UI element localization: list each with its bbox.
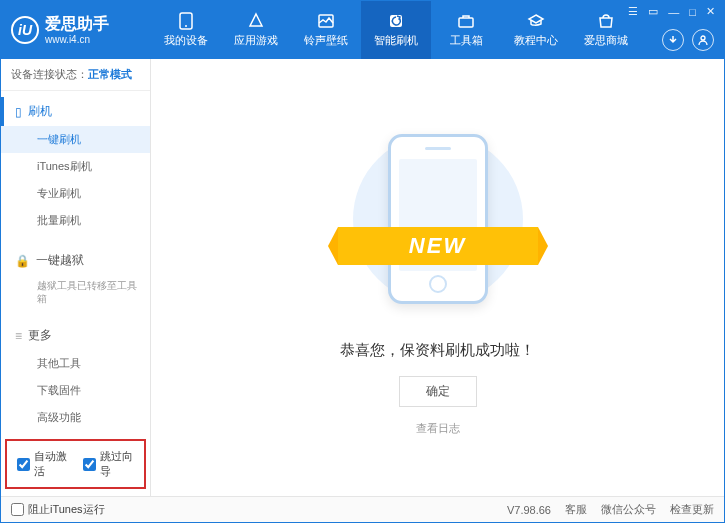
nav-label: 教程中心 (514, 33, 558, 48)
nav-my-device[interactable]: 我的设备 (151, 1, 221, 59)
nav-flash[interactable]: 智能刷机 (361, 1, 431, 59)
success-message: 恭喜您，保资料刷机成功啦！ (340, 341, 535, 360)
sidebar-jailbreak-title: 一键越狱 (36, 252, 84, 269)
wallpaper-icon (316, 12, 336, 30)
sidebar-item-pro[interactable]: 专业刷机 (1, 180, 150, 207)
nav-label: 智能刷机 (374, 33, 418, 48)
nav-label: 铃声壁纸 (304, 33, 348, 48)
nav-ringtone[interactable]: 铃声壁纸 (291, 1, 361, 59)
main-content: NEW 恭喜您，保资料刷机成功啦！ 确定 查看日志 (151, 59, 724, 496)
download-icon[interactable] (662, 29, 684, 51)
svg-rect-4 (459, 18, 473, 27)
phone-body-icon (388, 134, 488, 304)
auto-activate-label: 自动激活 (34, 449, 69, 479)
sidebar-flash-title: 刷机 (28, 103, 52, 120)
jailbreak-note: 越狱工具已转移至工具箱 (1, 275, 150, 309)
nav-label: 爱思商城 (584, 33, 628, 48)
sidebar-item-firmware[interactable]: 下载固件 (1, 377, 150, 404)
sidebar-more-header[interactable]: ≡更多 (1, 321, 150, 350)
sidebar-item-oneclick[interactable]: 一键刷机 (1, 126, 150, 153)
flash-icon (386, 12, 406, 30)
phone-small-icon: ▯ (15, 105, 22, 119)
user-icon[interactable] (692, 29, 714, 51)
sidebar-item-batch[interactable]: 批量刷机 (1, 207, 150, 234)
phone-icon (176, 12, 196, 30)
more-icon: ≡ (15, 329, 22, 343)
sidebar-more-title: 更多 (28, 327, 52, 344)
svg-point-5 (701, 36, 705, 40)
nav-tutorials[interactable]: 教程中心 (501, 1, 571, 59)
update-link[interactable]: 检查更新 (670, 502, 714, 517)
logo-area: iU 爱思助手 www.i4.cn (11, 14, 151, 45)
skin-icon[interactable]: ▭ (645, 5, 661, 18)
status-label: 设备连接状态： (11, 68, 88, 80)
skip-guide-label: 跳过向导 (100, 449, 135, 479)
nav-label: 工具箱 (450, 33, 483, 48)
auto-activate-checkbox[interactable]: 自动激活 (17, 449, 69, 479)
sidebar: 设备连接状态：正常模式 ▯刷机 一键刷机 iTunes刷机 专业刷机 批量刷机 … (1, 59, 151, 496)
close-icon[interactable]: ✕ (703, 5, 718, 18)
sidebar-item-advanced[interactable]: 高级功能 (1, 404, 150, 431)
statusbar: 阻止iTunes运行 V7.98.66 客服 微信公众号 检查更新 (1, 496, 724, 522)
titlebar: iU 爱思助手 www.i4.cn 我的设备 应用游戏 铃声壁纸 智能刷机 工具… (1, 1, 724, 59)
skip-guide-checkbox[interactable]: 跳过向导 (83, 449, 135, 479)
app-url: www.i4.cn (45, 34, 109, 46)
service-link[interactable]: 客服 (565, 502, 587, 517)
minimize-icon[interactable]: — (665, 6, 682, 18)
sidebar-item-other[interactable]: 其他工具 (1, 350, 150, 377)
lock-icon: 🔒 (15, 254, 30, 268)
sidebar-flash-header[interactable]: ▯刷机 (1, 97, 150, 126)
menu-icon[interactable]: ☰ (625, 5, 641, 18)
block-itunes-checkbox[interactable]: 阻止iTunes运行 (11, 502, 105, 517)
phone-illustration: NEW (368, 119, 508, 319)
status-value: 正常模式 (88, 68, 132, 80)
nav-label: 我的设备 (164, 33, 208, 48)
app-name: 爱思助手 (45, 14, 109, 33)
window-controls: ☰ ▭ — □ ✕ (625, 5, 718, 18)
apps-icon (246, 12, 266, 30)
logo-icon: iU (11, 16, 39, 44)
svg-point-1 (185, 25, 187, 27)
view-log-link[interactable]: 查看日志 (416, 421, 460, 436)
toolbox-icon (456, 12, 476, 30)
nav-toolbox[interactable]: 工具箱 (431, 1, 501, 59)
sidebar-item-itunes[interactable]: iTunes刷机 (1, 153, 150, 180)
tutorial-icon (526, 12, 546, 30)
confirm-button[interactable]: 确定 (399, 376, 477, 407)
wechat-link[interactable]: 微信公众号 (601, 502, 656, 517)
navbar: 我的设备 应用游戏 铃声壁纸 智能刷机 工具箱 教程中心 爱思商城 (151, 1, 641, 59)
connection-status: 设备连接状态：正常模式 (1, 59, 150, 91)
maximize-icon[interactable]: □ (686, 6, 699, 18)
store-icon (596, 12, 616, 30)
sidebar-jailbreak-header[interactable]: 🔒一键越狱 (1, 246, 150, 275)
nav-label: 应用游戏 (234, 33, 278, 48)
new-ribbon: NEW (338, 227, 538, 265)
options-box: 自动激活 跳过向导 (5, 439, 146, 489)
version-label: V7.98.66 (507, 504, 551, 516)
block-itunes-label: 阻止iTunes运行 (28, 502, 105, 517)
account-icons (662, 29, 714, 51)
nav-apps[interactable]: 应用游戏 (221, 1, 291, 59)
